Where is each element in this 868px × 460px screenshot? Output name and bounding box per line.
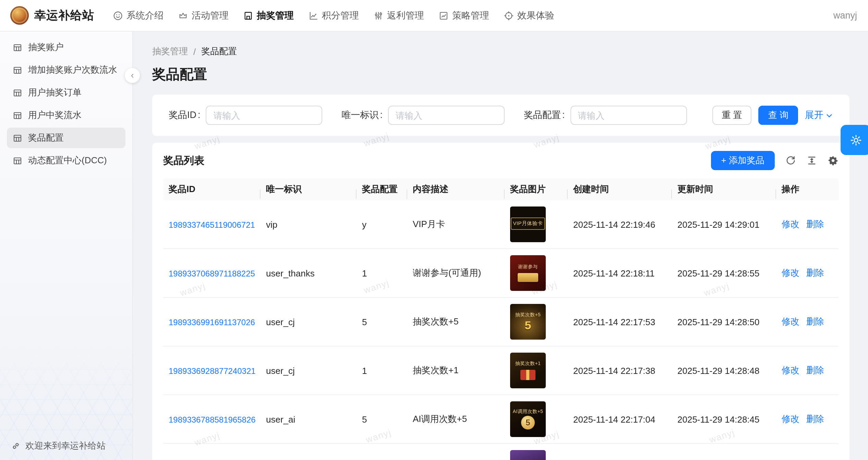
page-title: 奖品配置 (152, 65, 849, 84)
prize-image-number: 5 (525, 319, 531, 331)
density-icon[interactable] (806, 155, 817, 166)
table-grid-icon (12, 110, 23, 120)
edit-link[interactable]: 修改 (782, 218, 799, 231)
breadcrumb-separator: / (193, 46, 196, 57)
sidebar-item[interactable]: 抽奖账户 (7, 37, 125, 58)
prize-id-link[interactable]: 1989337465119006721 (169, 220, 255, 229)
nav-item-label: 返利管理 (387, 9, 424, 22)
main-content: 抽奖管理 / 奖品配置 奖品配置 奖品ID 唯一标识 奖品配置 重 置 查 询 … (133, 32, 868, 460)
strategy-chart-icon (438, 10, 449, 21)
delete-link[interactable]: 删除 (806, 413, 824, 425)
filter-field: 奖品配置 (524, 106, 687, 125)
delete-link[interactable]: 删除 (806, 364, 824, 377)
nav-item-label: 系统介绍 (126, 9, 164, 22)
delete-link[interactable]: 删除 (806, 267, 824, 279)
prize-key: user_thanks (261, 268, 357, 278)
sidebar-collapse-button[interactable]: ‹ (125, 68, 140, 83)
sidebar-footer-link[interactable]: 欢迎来到幸运补给站 (11, 439, 106, 452)
edit-link[interactable]: 修改 (782, 364, 799, 377)
nav-item[interactable]: 策略管理 (438, 9, 489, 22)
nav-item[interactable]: 返利管理 (373, 9, 424, 22)
prize-image[interactable]: 随机积分 (510, 450, 546, 460)
sidebar-item[interactable]: 用户中奖流水 (7, 105, 125, 126)
theme-settings-button[interactable] (841, 125, 868, 155)
prize-image[interactable]: AI调用次数+5 5 (510, 401, 546, 437)
delete-link[interactable]: 删除 (806, 316, 824, 328)
table-header-row: 奖品ID 唯一标识 奖品配置 内容描述 奖品图片 创建时间 更新时间 操作 (163, 178, 839, 200)
brand[interactable]: 幸运补给站 (10, 6, 94, 25)
prize-desc: 抽奖次数+5 (407, 316, 505, 328)
column-header: 操作 (776, 183, 839, 196)
nav-item[interactable]: 效果体验 (503, 9, 554, 22)
filter-input[interactable] (388, 106, 505, 125)
reset-button[interactable]: 重 置 (712, 106, 752, 125)
nav-item[interactable]: 系统介绍 (112, 9, 164, 22)
table-row: 1989336928877240321 user_cj 1 抽奖次数+1 抽奖次… (163, 346, 839, 395)
edit-link[interactable]: 修改 (782, 316, 799, 328)
prize-image[interactable]: VIP月体验卡 (510, 207, 546, 242)
gear-icon (849, 133, 862, 146)
column-header: 奖品配置 (357, 183, 407, 196)
filter-field-label: 奖品ID (169, 109, 206, 121)
add-prize-button[interactable]: + 添加奖品 (711, 151, 775, 170)
prize-id-link[interactable]: 1989336991691137026 (169, 317, 255, 327)
delete-link[interactable]: 删除 (806, 218, 824, 231)
prize-icon (242, 10, 253, 21)
prize-id-link[interactable]: 1989336788581965826 (169, 415, 256, 424)
updated-time: 2025-11-29 14:28:45 (672, 414, 776, 424)
prize-image[interactable]: 谢谢参与 (510, 255, 546, 291)
sidebar-footer-text: 欢迎来到幸运补给站 (25, 439, 106, 452)
filter-field-label: 唯一标识 (342, 109, 388, 121)
filter-field: 奖品ID (169, 106, 323, 125)
search-button[interactable]: 查 询 (759, 106, 798, 125)
prize-config: 1 (357, 365, 407, 376)
nav-item[interactable]: 活动管理 (177, 9, 229, 22)
updated-time: 2025-11-29 14:28:50 (672, 317, 776, 327)
sidebar-item-label: 抽奖账户 (28, 41, 64, 54)
table-title: 奖品列表 (163, 154, 204, 167)
prize-key: user_cj (261, 317, 357, 327)
breadcrumb-parent[interactable]: 抽奖管理 (152, 45, 188, 58)
table-row: 1989336991691137026 user_cj 5 抽奖次数+5 抽奖次… (163, 298, 839, 346)
breadcrumb: 抽奖管理 / 奖品配置 (152, 45, 849, 58)
updated-time: 2025-11-29 14:28:55 (672, 268, 776, 278)
created-time: 2025-11-14 22:18:11 (568, 268, 672, 278)
table-grid-icon (12, 155, 23, 166)
prize-id-link[interactable]: 1989336928877240321 (169, 366, 256, 376)
edit-link[interactable]: 修改 (782, 413, 799, 425)
prize-key: vip (261, 219, 357, 229)
prize-id-link[interactable]: 1989337068971188225 (169, 269, 255, 278)
sidebar-item[interactable]: 用户抽奖订单 (7, 82, 125, 103)
sidebar: 抽奖账户 增加抽奖账户次数流水 用户抽奖订单 用户中奖流水 奖品配置 动态配置中… (0, 32, 133, 460)
refresh-icon[interactable] (785, 155, 796, 166)
updated-time: 2025-11-29 14:29:01 (672, 219, 776, 229)
sidebar-item[interactable]: 增加抽奖账户次数流水 (7, 60, 125, 80)
filter-input[interactable] (206, 106, 323, 125)
prize-image[interactable]: 抽奖次数+5 5 (510, 304, 546, 340)
created-time: 2025-11-14 22:17:38 (568, 365, 672, 376)
column-settings-gear-icon[interactable] (828, 155, 839, 166)
table-grid-icon (12, 133, 23, 143)
toolbar-actions: + 添加奖品 (711, 151, 839, 170)
prize-image-label: AI调用次数+5 (513, 409, 543, 414)
nav-item[interactable]: 抽奖管理 (242, 9, 294, 22)
nav-item[interactable]: 积分管理 (308, 9, 359, 22)
prize-config: 5 (357, 414, 407, 424)
expand-toggle[interactable]: 展开 (805, 109, 833, 121)
sidebar-item[interactable]: 动态配置中心(DCC) (7, 150, 125, 171)
column-header: 内容描述 (407, 183, 505, 196)
filter-field: 唯一标识 (342, 106, 505, 125)
top-navbar: 幸运补给站 系统介绍 活动管理 抽奖管理 积分管理 返利管理 策略管理 效果体验… (0, 0, 868, 32)
expand-label: 展开 (805, 109, 823, 121)
nav-item-label: 效果体验 (517, 9, 554, 22)
edit-link[interactable]: 修改 (782, 267, 799, 279)
smile-icon (112, 10, 123, 21)
username[interactable]: wanyj (833, 10, 857, 21)
sidebar-item[interactable]: 奖品配置 (7, 128, 125, 148)
prize-desc: AI调用次数+5 (407, 413, 505, 425)
prize-desc: 抽奖次数+1 (407, 364, 505, 377)
prize-image[interactable]: 抽奖次数+1 (510, 353, 546, 388)
prize-image-label: 谢谢参与 (518, 264, 538, 270)
filter-input[interactable] (570, 106, 687, 125)
created-time: 2025-11-14 22:19:46 (568, 219, 672, 229)
